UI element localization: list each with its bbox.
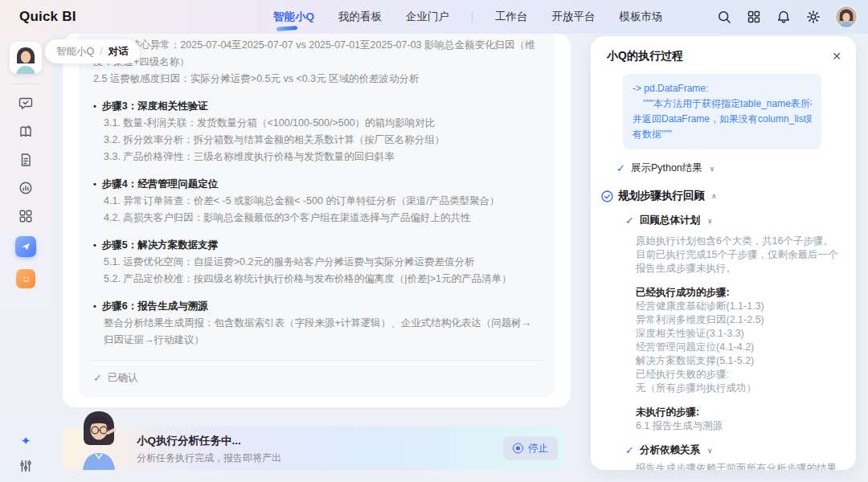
code-line: -> pd.DataFrame: [633,81,812,96]
stop-label: 停止 [528,442,548,455]
dependency-content: 报告生成步骤依赖于前面所有分析步骤的结果 这是最后一个步骤，不可并行执行其他任务… [636,462,841,470]
bullet-icon: • [93,240,96,250]
plan-review-content: 原始执行计划包含6个大类，共16个子步骤。目前已执行完成15个子步骤，仅剩余最后… [636,235,841,433]
failed-step: 无（所有步骤均执行成功） [636,382,841,395]
document-add-icon[interactable] [18,152,34,168]
execution-process-panel: 小Q的执行过程 ✕ -> pd.DataFrame: """本方法用于获得指定t… [591,36,856,470]
step-title: •步骤6：报告生成与溯源 [93,298,540,315]
main-nav: 智能小Q 我的看板 企业门户 工作台 开放平台 模板市场 [272,6,665,27]
step-title-text: 步骤3：深度相关性验证 [102,100,208,112]
step-title: •步骤4：经营管理问题定位 [93,176,540,193]
breadcrumb: 智能小Q / 对话 [45,39,140,63]
confirmed-status: ✓ 已确认 [93,361,540,397]
task-subtitle: 分析任务执行完成，报告即将产出 [137,451,281,465]
analysis-icon[interactable] [18,180,34,196]
apps-icon[interactable] [18,208,34,224]
rail-divider [14,84,38,84]
step-title: •步骤3：深度相关性验证 [93,98,540,115]
dependency-toggle[interactable]: ✓ 分析依赖关系 ∨ [625,443,841,457]
breadcrumb-current: 对话 [108,45,129,59]
task-banner-texts: 小Q执行分析任务中... 分析任务执行完成，报告即将产出 [137,434,281,465]
success-step: 经营管理问题定位(4.1-4.2) [636,341,841,354]
code-line: 并返回DataFrame，如果没有column_list则返回table_nam… [633,112,812,127]
bell-icon[interactable] [776,10,791,24]
close-icon[interactable]: ✕ [832,51,841,62]
stop-button[interactable]: 停止 [503,437,558,460]
review-section-body: ✓ 回顾总体计划 ∨ 原始执行计划包含6个大类，共16个子步骤。目前已执行完成1… [625,214,841,470]
step-item: 4.1. 异常订单筛查：价差< -5 或影响总金额< -500 的订单特征分析（… [93,193,540,210]
success-step: 解决方案数据支撑(5.1-5.2) [636,354,841,368]
step-item: 4.2. 高损失客户归因：影响总金额最低的3个客户组在渠道选择与产品偏好上的共性 [93,210,540,227]
review-section-toggle[interactable]: 规划步骤执行回顾 ∧ [601,189,841,203]
check-icon: ✓ [625,214,634,227]
rail-bottom: ✦ [0,435,51,474]
bullet-icon: • [93,101,96,111]
python-code-block: -> pd.DataFrame: """本方法用于获得指定table_name表… [623,74,821,149]
panel-title: 小Q的执行过程 [607,49,683,63]
nav-template-market[interactable]: 模板市场 [618,6,665,27]
assistant-illustration [72,408,125,470]
plan-line: 2.5 运费敏感度归因：实际分摊运费>0.5元 vs <0.3元 区域的价差波动… [93,71,540,88]
assistant-avatar[interactable] [10,42,42,74]
breadcrumb-root[interactable]: 智能小Q [56,45,94,59]
chat-check-icon[interactable] [18,96,34,112]
plan-review-toggle[interactable]: ✓ 回顾总体计划 ∨ [625,214,841,227]
task-banner: 小Q执行分析任务中... 分析任务执行完成，报告即将产出 停止 [63,427,565,470]
step-group-5: •步骤5：解决方案数据支撑 5.1. 运费优化空间：自提运费>0.2元的服务站客… [93,237,540,288]
python-result-label: 展示Python结果 [631,161,702,175]
nav-smart-q[interactable]: 智能小Q [272,6,316,27]
check-icon: ✓ [93,372,102,384]
step-title-text: 步骤5：解决方案数据支撑 [102,239,218,251]
left-rail: ✦ [0,34,51,482]
confirmed-label: 已确认 [108,371,138,385]
step-group-4: •步骤4：经营管理问题定位 4.1. 异常订单筛查：价差< -5 或影响总金额<… [93,176,540,227]
plan-line-clipped: 2.4 环比核心异常：2025-07-04至2025-07-07 vs 2025… [93,37,540,71]
check-icon: ✓ [616,162,625,174]
panel-header: 小Q的执行过程 ✕ [607,49,841,63]
chat-panel: 2.4 环比核心异常：2025-07-04至2025-07-07 vs 2025… [63,34,571,407]
stop-icon [513,443,523,454]
step-item: 5.1. 运费优化空间：自提运费>0.2元的服务站客户分摊运费与实际分摊运费差值… [93,254,540,271]
dependency-label: 分析依赖关系 [640,443,700,457]
workspace-app-icon[interactable] [16,269,35,288]
step-item: 3.1. 数量-利润关联：发货数量分箱（<100/100-500/>500）的箱… [93,115,540,132]
plan-message-bubble: 2.4 环比核心异常：2025-07-04至2025-07-07 vs 2025… [79,34,555,397]
step-item: 5.2. 产品定价校准：按四级名称统计执行价格与发布价格的偏离度（|价差|>1元… [93,271,540,288]
nav-my-dashboard[interactable]: 我的看板 [337,6,383,27]
nav-open-platform[interactable]: 开放平台 [551,6,597,27]
success-steps-header: 已经执行成功的步骤: [636,286,841,300]
notebook-icon[interactable] [18,124,34,140]
search-icon[interactable] [717,10,731,24]
task-title: 小Q执行分析任务中... [137,434,281,448]
chevron-down-icon: ∨ [707,447,713,455]
code-line: """本方法用于获得指定table_name表所有column_list列的 [633,96,812,112]
failed-steps-header: 已经执行失败的步骤: [636,368,841,382]
nav-enterprise-portal[interactable]: 企业门户 [404,6,451,27]
chevron-up-icon: ∧ [711,192,717,200]
step-title: •步骤5：解决方案数据支撑 [93,237,540,254]
smart-q-app-icon[interactable] [15,236,36,257]
step-title-text: 步骤4：经营管理问题定位 [102,178,218,190]
nav-workspace[interactable]: 工作台 [493,6,530,27]
show-python-result-toggle[interactable]: ✓ 展示Python结果 ∨ [616,161,841,175]
settings-gear-icon[interactable] [806,10,821,24]
pending-step: 6.1 报告生成与溯源 [636,419,841,433]
sliders-icon[interactable] [18,458,34,474]
top-bar: Quick BI 智能小Q 我的看板 企业门户 工作台 开放平台 模板市场 [0,0,868,34]
success-step: 深度相关性验证(3.1-3.3) [636,327,841,341]
code-line: 有数据""" [633,127,812,142]
user-avatar[interactable] [836,6,857,27]
rail-items [0,96,51,288]
sparkle-icon[interactable]: ✦ [21,435,31,447]
plan-review-label: 回顾总体计划 [640,214,700,227]
chevron-down-icon: ∨ [707,217,713,225]
step-item: 整合分析结果生成周报：包含数据索引表（字段来源+计算逻辑）、企业式结构化表达（问… [93,315,540,349]
quickbi-logo: Quick BI [19,9,76,25]
step-group-6: •步骤6：报告生成与溯源 整合分析结果生成周报：包含数据索引表（字段来源+计算逻… [93,298,540,349]
circled-check-icon [601,190,613,202]
review-section-title: 规划步骤执行回顾 [618,189,705,203]
step-group-3: •步骤3：深度相关性验证 3.1. 数量-利润关联：发货数量分箱（<100/10… [93,98,540,165]
apps-grid-icon[interactable] [747,10,761,24]
topbar-actions [717,6,857,27]
dependency-line: 报告生成步骤依赖于前面所有分析步骤的结果 [636,462,841,470]
